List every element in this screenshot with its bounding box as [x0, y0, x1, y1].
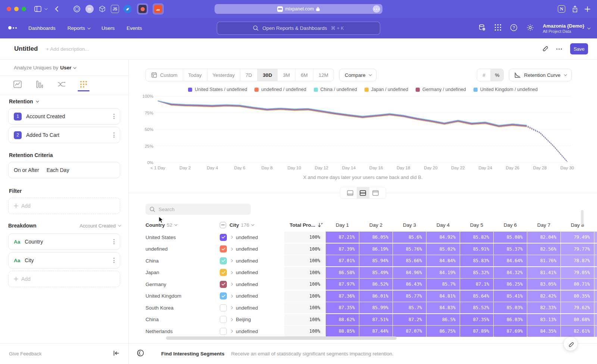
copy-link-icon[interactable]	[541, 45, 548, 53]
expand-row-icon[interactable]	[230, 247, 233, 250]
retention-cell[interactable]: 85.49%	[359, 267, 393, 278]
retention-cell[interactable]: 85.64%	[460, 291, 493, 302]
country-cell[interactable]: United States	[146, 232, 216, 243]
series-checkbox[interactable]	[220, 269, 227, 276]
retention-cell[interactable]: 85.03%	[494, 302, 527, 313]
retention-cell[interactable]: 85.7%	[393, 302, 426, 313]
column-header-day[interactable]: Day 4	[426, 222, 460, 228]
retention-cell[interactable]: 81.41%	[527, 267, 560, 278]
retention-cell[interactable]: 85.08%	[494, 232, 527, 243]
series-checkbox[interactable]	[220, 245, 227, 252]
retention-cell[interactable]: 84.32%	[494, 267, 527, 278]
column-header-day[interactable]: Day 8	[561, 222, 594, 228]
share-icon[interactable]	[572, 6, 578, 13]
expand-row-icon[interactable]	[230, 259, 233, 262]
retention-cell[interactable]: 87.2%	[393, 314, 426, 325]
column-header-day[interactable]: Day 5	[460, 222, 493, 228]
collapse-sidebar-icon[interactable]	[113, 351, 119, 357]
breakdown-city[interactable]: Aa City	[8, 252, 120, 269]
retention-cell[interactable]: 87.89%	[460, 326, 493, 337]
retention-cell[interactable]: 85.32%	[460, 267, 493, 278]
extension-bird-icon[interactable]	[124, 5, 132, 13]
segments-title[interactable]: Find Interesting Segments	[161, 351, 225, 357]
retention-cell[interactable]: 88.62%	[326, 314, 359, 325]
add-description[interactable]: + Add description...	[46, 46, 89, 52]
retention-cell[interactable]: 87.39%	[326, 244, 359, 255]
retention-cell[interactable]: 86.01%	[359, 291, 393, 302]
column-header-day[interactable]: Day 1	[326, 222, 359, 228]
nav-events[interactable]: Events	[126, 25, 142, 31]
column-header-day[interactable]: Day 6	[494, 222, 527, 228]
select-all-checkbox[interactable]	[220, 222, 226, 228]
retention-cell[interactable]: 86.52%	[359, 279, 393, 290]
add-breakdown-button[interactable]: Add	[8, 271, 120, 287]
layout-split-button[interactable]	[357, 187, 369, 199]
compare-button[interactable]: Compare	[339, 69, 377, 81]
criteria-interval[interactable]: Each Day	[47, 167, 69, 173]
extension-target-icon[interactable]	[72, 4, 82, 14]
country-cell[interactable]: Netherlands	[146, 326, 216, 337]
breakdown-country[interactable]: Aa Country	[8, 233, 120, 250]
minimize-window-button[interactable]	[14, 7, 19, 11]
retention-cell[interactable]: 85.6%	[393, 232, 426, 243]
range-3m[interactable]: 3M	[277, 69, 295, 81]
extension-cube-icon[interactable]	[97, 4, 107, 14]
retention-cell[interactable]: 84.19%	[426, 267, 460, 278]
retention-cell[interactable]: 85.99%	[359, 302, 393, 313]
expand-row-icon[interactable]	[230, 306, 233, 309]
retention-cell[interactable]: 87.44%	[359, 326, 393, 337]
analyze-uniques-selector[interactable]: Analyze Uniques by User	[14, 65, 75, 70]
retention-cell[interactable]: 82.61%	[561, 326, 594, 337]
retention-cell[interactable]: 84.84%	[426, 255, 460, 266]
retention-cell[interactable]: 82.33%	[527, 302, 560, 313]
retention-step-2[interactable]: 2 Added To Cart	[8, 127, 120, 143]
give-feedback-link[interactable]: Give Feedback	[9, 351, 41, 357]
range-7d[interactable]: 7D	[240, 69, 257, 81]
retention-chart[interactable]: 0%25%50%75%100%< 1 DayDay 2Day 4Day 6Day…	[129, 94, 597, 173]
column-header-city[interactable]: City176	[217, 222, 284, 228]
kebab-menu-icon[interactable]	[113, 114, 115, 119]
help-icon[interactable]: ?	[510, 24, 518, 33]
retention-cell[interactable]: 87.51%	[359, 314, 393, 325]
expand-row-icon[interactable]	[230, 294, 233, 297]
retention-cell[interactable]: 80.35%	[561, 291, 594, 302]
legend-item[interactable]: United Kingdom / undefined	[473, 87, 538, 92]
retention-cell[interactable]: 87.07%	[393, 326, 426, 337]
series-checkbox[interactable]	[220, 292, 227, 299]
retention-cell[interactable]: 79.05%	[561, 267, 594, 278]
retention-cell[interactable]: 86.58%	[326, 267, 359, 278]
unit-percent-button[interactable]: %	[490, 69, 503, 81]
retention-cell[interactable]: 85.52%	[460, 302, 493, 313]
retention-cell[interactable]: 82.04%	[527, 232, 560, 243]
retention-cell[interactable]: 79.62%	[561, 302, 594, 313]
extension-m-icon[interactable]: m	[85, 5, 94, 13]
tab-retention[interactable]	[77, 78, 90, 90]
column-header-day[interactable]: Day 7	[527, 222, 560, 228]
retention-cell[interactable]: 84.81%	[426, 291, 460, 302]
retention-cell[interactable]: 80.68%	[561, 314, 594, 325]
country-cell[interactable]: undefined	[146, 244, 216, 255]
country-cell[interactable]: China	[146, 314, 216, 325]
retention-cell[interactable]: 84.92%	[426, 232, 460, 243]
address-bar[interactable]: mixpanel.com	[215, 4, 382, 14]
retention-cell[interactable]: 79.77%	[561, 244, 594, 255]
column-header-total[interactable]: Total Pro...	[284, 222, 325, 228]
series-checkbox[interactable]	[220, 328, 227, 335]
share-link-floating-button[interactable]	[563, 337, 578, 351]
layout-chart-focus-button[interactable]	[344, 187, 357, 199]
retention-cell[interactable]: 87.21%	[326, 232, 359, 243]
range-custom[interactable]: Custom	[146, 69, 183, 81]
breakdown-scope-selector[interactable]: Account Created	[79, 223, 120, 229]
retention-cell[interactable]: 86.25%	[494, 279, 527, 290]
retention-cell[interactable]: 86.5%	[426, 314, 460, 325]
new-tab-icon[interactable]	[585, 6, 590, 12]
project-switcher[interactable]: Amazonia {Demo} All Project Data	[543, 23, 590, 34]
layout-table-focus-button[interactable]	[369, 187, 382, 199]
column-header-day[interactable]: Day 2	[359, 222, 393, 228]
tab-insights[interactable]	[11, 78, 24, 90]
legend-item[interactable]: China / undefined	[314, 87, 357, 92]
column-header-country[interactable]: Country52	[146, 222, 216, 228]
retention-cell[interactable]: 82.42%	[527, 291, 560, 302]
range-6m[interactable]: 6M	[295, 69, 313, 81]
retention-cell[interactable]: 86.43%	[393, 279, 426, 290]
